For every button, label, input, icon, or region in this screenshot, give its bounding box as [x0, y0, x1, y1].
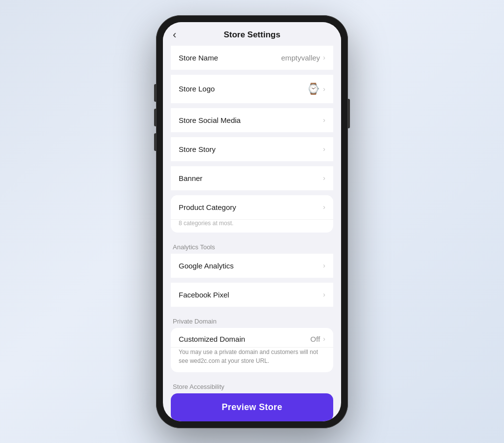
store-logo-card: Store Logo ⌚ ›	[171, 75, 333, 103]
private-domain-section-header: Private Domain	[171, 312, 333, 328]
customized-domain-right: Off ›	[311, 335, 325, 343]
facebook-pixel-label: Facebook Pixel	[179, 291, 229, 299]
screen-content: Store Name emptyvalley › Store Logo ⌚ ›	[163, 46, 341, 421]
store-story-card: Store Story ›	[171, 137, 333, 161]
chevron-icon: ›	[323, 335, 325, 343]
chevron-icon: ›	[323, 54, 325, 61]
chevron-icon: ›	[323, 174, 325, 182]
customized-domain-label: Customized Domain	[179, 335, 245, 343]
product-category-subtext: 8 categories at most.	[171, 220, 333, 233]
store-story-row[interactable]: Store Story ›	[171, 137, 333, 161]
page-title: Store Settings	[223, 30, 280, 40]
customized-domain-subtext: You may use a private domain and custome…	[171, 348, 333, 372]
preview-store-button[interactable]: Preview Store	[171, 393, 333, 421]
customized-domain-row[interactable]: Customized Domain Off ›	[171, 328, 333, 348]
store-social-media-label: Store Social Media	[179, 116, 241, 124]
watch-icon: ⌚	[307, 83, 320, 95]
chevron-icon: ›	[323, 116, 325, 124]
product-category-right: ›	[323, 203, 325, 211]
store-accessibility-section-header: Store Accessibility	[171, 377, 333, 393]
store-logo-row[interactable]: Store Logo ⌚ ›	[171, 75, 333, 103]
banner-label: Banner	[179, 174, 202, 182]
store-name-value: emptyvalley	[281, 54, 320, 62]
google-analytics-row[interactable]: Google Analytics ›	[171, 254, 333, 278]
banner-right: ›	[323, 174, 325, 182]
banner-card: Banner ›	[171, 166, 333, 190]
google-analytics-card: Google Analytics ›	[171, 254, 333, 278]
chevron-icon: ›	[323, 85, 325, 93]
customized-domain-value: Off	[311, 335, 320, 343]
store-story-label: Store Story	[179, 145, 216, 153]
banner-row[interactable]: Banner ›	[171, 166, 333, 190]
product-category-card: Product Category › 8 categories at most.	[171, 195, 333, 233]
analytics-section-header: Analytics Tools	[171, 237, 333, 254]
store-logo-label: Store Logo	[179, 85, 215, 93]
store-name-row[interactable]: Store Name emptyvalley ›	[171, 46, 333, 70]
phone-frame: ‹ Store Settings Store Name emptyvalley …	[156, 15, 348, 428]
facebook-pixel-row[interactable]: Facebook Pixel ›	[171, 283, 333, 307]
store-social-media-row[interactable]: Store Social Media ›	[171, 108, 333, 132]
store-name-label: Store Name	[179, 54, 218, 62]
customized-domain-card: Customized Domain Off › You may use a pr…	[171, 328, 333, 372]
store-name-right: emptyvalley ›	[281, 54, 325, 62]
chevron-icon: ›	[323, 291, 325, 298]
google-analytics-right: ›	[323, 262, 325, 269]
chevron-icon: ›	[323, 203, 325, 211]
store-social-media-right: ›	[323, 116, 325, 124]
store-logo-right: ⌚ ›	[307, 83, 325, 95]
product-category-row[interactable]: Product Category ›	[171, 195, 333, 220]
chevron-icon: ›	[323, 145, 325, 153]
product-category-label: Product Category	[179, 203, 236, 211]
store-name-card: Store Name emptyvalley ›	[171, 46, 333, 70]
google-analytics-label: Google Analytics	[179, 262, 234, 270]
phone-screen: ‹ Store Settings Store Name emptyvalley …	[163, 22, 341, 421]
screen-header: ‹ Store Settings	[163, 22, 341, 46]
store-social-media-card: Store Social Media ›	[171, 108, 333, 132]
store-story-right: ›	[323, 145, 325, 153]
facebook-pixel-right: ›	[323, 291, 325, 298]
facebook-pixel-card: Facebook Pixel ›	[171, 283, 333, 307]
chevron-icon: ›	[323, 262, 325, 269]
back-button[interactable]: ‹	[173, 29, 176, 41]
